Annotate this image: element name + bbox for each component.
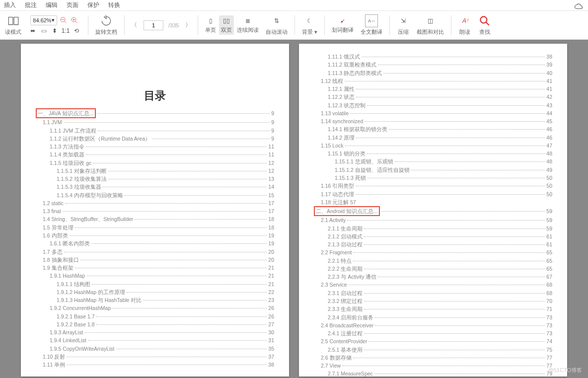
menu-annotate[interactable]: 批注 (25, 1, 37, 9)
toc-entry[interactable]: 1.14 synchronized45 (314, 117, 552, 125)
fit-height-icon[interactable]: ⬍ (50, 26, 59, 35)
find-icon[interactable] (478, 14, 491, 27)
actual-size-icon[interactable]: 1:1 (61, 26, 70, 35)
toc-entry[interactable]: 1.2 static17 (36, 199, 274, 207)
toc-entry[interactable]: 1.15.1.1 悲观锁、乐观锁48 (314, 157, 552, 165)
toc-entry[interactable]: 2.4 BroadcastReceiver73 (314, 321, 552, 329)
next-page-icon[interactable]: 〉 (184, 21, 193, 30)
toc-entry[interactable]: 2.6 数据存储77 (314, 354, 552, 362)
toc-entry[interactable]: 2.2.2 生命周期65 (314, 265, 552, 273)
menu-protect[interactable]: 保护 (87, 1, 99, 9)
toc-entry[interactable]: 1.9.5 CopyOnWriteArrayList35 (36, 345, 274, 353)
menu-convert[interactable]: 转换 (108, 1, 120, 9)
toc-entry[interactable]: 1.6 内部类19 (36, 231, 274, 239)
toc-entry[interactable]: 1.4 String、StringBuffer、StringBuilder18 (36, 215, 274, 223)
toc-entry[interactable]: 1.9.2 ConcurrentHashMap26 (36, 304, 274, 312)
toc-entry[interactable]: 1.9.4 LinkedList31 (36, 336, 274, 344)
toc-entry[interactable]: 1.13 volatile44 (314, 109, 552, 117)
rotate-icon[interactable] (100, 14, 113, 27)
toc-entry[interactable]: 1.1.5.1 对象存活判断12 (36, 167, 274, 175)
toc-entry[interactable]: 1.12 线程41 (314, 77, 552, 85)
toc-entry[interactable]: 1.15.1.2 自旋锁、适应性自旋锁49 (314, 166, 552, 174)
toc-entry[interactable]: 2.2 Fragment65 (314, 248, 552, 256)
word-translate-icon[interactable]: ➹ (338, 16, 347, 25)
toc-entry[interactable]: 2.3 Service68 (314, 281, 552, 289)
toc-entry[interactable]: 1.15.1 锁的分类48 (314, 150, 552, 157)
toc-entry[interactable]: 1.14.2 原理46 (314, 134, 552, 142)
toc-entry[interactable]: 1.11 单例38 (36, 361, 274, 369)
toc-entry[interactable]: 1.3 final17 (36, 207, 274, 215)
toc-entry[interactable]: 2.2.1 特点65 (314, 257, 552, 265)
toc-entry[interactable]: 1.5 异常处理18 (36, 224, 274, 231)
toc-entry[interactable]: 2.4.1 注册过程73 (314, 329, 552, 337)
toc-entry[interactable]: 1.9.2.2 Base 1.827 (36, 320, 274, 328)
background-icon[interactable]: ☾ (303, 14, 316, 27)
toc-entry[interactable]: 1.1.5 垃圾回收 gc12 (36, 159, 274, 167)
zoom-out-icon[interactable] (59, 16, 68, 25)
toc-entry[interactable]: 2.3.1 启动过程68 (314, 289, 552, 297)
toc-entry[interactable]: 1.15.1.3 死锁50 (314, 174, 552, 182)
toc-entry[interactable]: 1.8 抽象和接口20 (36, 256, 274, 264)
toc-entry[interactable]: 1.9 集合框架21 (36, 264, 274, 272)
toc-entry[interactable]: 2.3.2 绑定过程70 (314, 297, 552, 305)
toc-entry[interactable]: 1.1.1 JVM 工作流程9 (36, 127, 274, 135)
toc-entry[interactable]: 1.15 Lock47 (314, 142, 552, 150)
toc-entry[interactable]: 1.1.2 运行时数据区（Runtime Data Area）9 (36, 135, 274, 143)
prev-page-icon[interactable]: 〈 (130, 21, 139, 30)
toc-entry[interactable]: 1.10 反射37 (36, 353, 274, 361)
toc-entry[interactable]: 2.5 ContentProvider74 (314, 337, 552, 345)
read-mode-icon[interactable] (7, 14, 20, 27)
toc-entry[interactable]: 2.3.4 启用前台服务73 (314, 313, 552, 321)
toc-entry[interactable]: 2.1 Activity59 (314, 216, 552, 224)
toc-entry[interactable]: 1.14.1 根据获取的锁分类46 (314, 125, 552, 133)
toc-entry[interactable]: 1.6.1 匿名内部类19 (36, 239, 274, 247)
double-page-button[interactable]: ▯▯双页 (219, 15, 234, 35)
toc-entry[interactable]: 1.12.1 属性41 (314, 85, 552, 93)
toc-entry[interactable]: 1.1.5.4 内存模型与回收策略15 (36, 191, 274, 199)
toc-entry[interactable]: 1.17 动态代理50 (314, 190, 552, 198)
full-translate-icon[interactable]: A↔ (365, 14, 378, 27)
auto-scroll-icon[interactable]: ⇅ (270, 14, 283, 27)
crop-compare-icon[interactable]: ◫ (424, 14, 437, 27)
toc-entry[interactable]: 2.1.3 启动过程61 (314, 240, 552, 248)
fit-page-icon[interactable]: ▭ (39, 26, 48, 35)
menu-insert[interactable]: 插入 (4, 1, 16, 9)
toc-entry[interactable]: 2.1.1 生命周期59 (314, 225, 552, 232)
toc-entry[interactable]: 2.3.3 生命周期71 (314, 305, 552, 313)
toc-entry[interactable]: 1.9.2.1 Base 1.726 (36, 312, 274, 320)
menu-edit[interactable]: 编辑 (46, 1, 58, 9)
toc-entry[interactable]: 1.11.1 饿汉式38 (314, 53, 552, 61)
toc-entry[interactable]: 1.11.3 静态内部类模式40 (314, 69, 552, 77)
cloud-icon[interactable] (574, 2, 583, 11)
toc-entry[interactable]: 1.12.3 状态控制43 (314, 101, 552, 109)
toc-entry[interactable]: 1.18 元注解 57 (314, 198, 552, 206)
toc-entry[interactable]: 1.16 引用类型50 (314, 182, 552, 190)
toc-entry[interactable]: 1.12.2 状态42 (314, 93, 552, 101)
toc-entry[interactable]: 1.11.2 双重检查模式39 (314, 61, 552, 69)
toc-entry[interactable]: 1.1.3 方法指令11 (36, 143, 274, 151)
reset-zoom-icon[interactable]: ⟲ (72, 26, 81, 35)
continuous-icon[interactable]: ≣ (243, 16, 252, 25)
toc-entry[interactable]: 1.1 JVM9 (36, 118, 274, 126)
compress-icon[interactable]: ⇲ (397, 14, 410, 27)
fit-width-icon[interactable]: ⬌ (28, 26, 37, 35)
zoom-in-icon[interactable] (70, 16, 79, 25)
toc-entry[interactable]: 二、Android 知识点汇总...59 (314, 206, 552, 216)
toc-entry[interactable]: 一、JAVA 知识点汇总...9 (36, 108, 274, 118)
toc-entry[interactable]: 1.9.1.2 HashMap 的工作原理22 (36, 288, 274, 296)
zoom-level[interactable]: 84.62% ▾ (30, 15, 57, 25)
toc-entry[interactable]: 1.1.5.2 垃圾收集算法13 (36, 175, 274, 183)
menu-page[interactable]: 页面 (67, 1, 78, 9)
toc-entry[interactable]: 2.7.1 MeasureSpec79 (314, 370, 552, 377)
page-input[interactable] (144, 20, 163, 30)
toc-entry[interactable]: 2.7 View77 (314, 362, 552, 370)
toc-entry[interactable]: 1.1.5.3 垃圾收集器14 (36, 183, 274, 191)
toc-entry[interactable]: 1.1.4 类加载器11 (36, 151, 274, 158)
toc-entry[interactable]: 2.2.3 与 Activity 通信67 (314, 273, 552, 281)
read-aloud-icon[interactable]: A⁾ (458, 14, 471, 27)
toc-entry[interactable]: 1.9.1 HashMap21 (36, 272, 274, 280)
toc-entry[interactable]: 2.5.1 基本使用75 (314, 346, 552, 354)
toc-entry[interactable]: 1.9.1.1 结构图21 (36, 280, 274, 288)
single-page-icon[interactable]: ▯ (206, 16, 215, 25)
toc-entry[interactable]: 2.1.2 启动模式61 (314, 232, 552, 240)
